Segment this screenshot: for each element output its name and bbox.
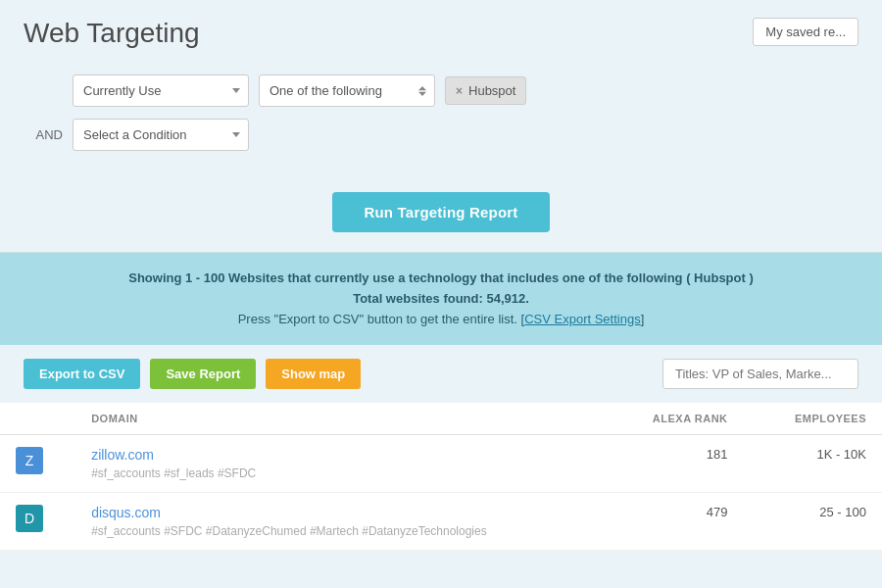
page-header: Web Targeting My saved re... [0, 0, 882, 59]
actions-row: Export to CSV Save Report Show map [0, 345, 882, 403]
table-row: Z zillow.com #sf_accounts #sf_leads #SFD… [0, 435, 882, 493]
saved-reports-button[interactable]: My saved re... [753, 18, 858, 46]
col-check-header [0, 403, 75, 435]
table-row: D disqus.com #sf_accounts #SFDC #Datanyz… [0, 493, 882, 551]
hubspot-tag: × Hubspot [445, 76, 526, 105]
condition2-select[interactable]: One of the following [259, 74, 435, 107]
titles-search-input[interactable] [662, 359, 858, 389]
export-csv-button[interactable]: Export to CSV [24, 359, 140, 389]
row-icon-cell: Z [0, 435, 75, 493]
col-alexa-header: ALEXA RANK [605, 403, 743, 435]
table-header: DOMAIN ALEXA RANK EMPLOYEES [0, 403, 882, 435]
info-line3: Press "Export to CSV" button to get the … [24, 310, 858, 330]
results-table: DOMAIN ALEXA RANK EMPLOYEES Z zillow.com… [0, 403, 882, 551]
filter-row-2: AND Select a Condition [24, 119, 858, 151]
remove-tag-icon[interactable]: × [456, 84, 463, 98]
domain-link[interactable]: zillow.com [91, 447, 589, 463]
filter-row-1: Currently Use One of the following × Hub… [24, 74, 858, 107]
domain-tags: #sf_accounts #SFDC #DatanyzeChumed #Mart… [91, 524, 487, 538]
show-map-button[interactable]: Show map [266, 359, 361, 389]
domain-icon: D [16, 505, 43, 532]
info-banner: Showing 1 - 100 Websites that currently … [0, 253, 882, 345]
row-domain-cell: disqus.com #sf_accounts #SFDC #DatanyzeC… [75, 493, 605, 551]
row-icon-cell: D [0, 493, 75, 551]
row-alexa-cell: 479 [605, 493, 743, 551]
col-domain-header: DOMAIN [75, 403, 605, 435]
info-line1: Showing 1 - 100 Websites that currently … [24, 269, 858, 289]
page-title: Web Targeting [24, 18, 200, 49]
row-employees-cell: 1K - 10K [744, 435, 882, 493]
info-line2: Total websites found: 54,912. [24, 289, 858, 310]
domain-tags: #sf_accounts #sf_leads #SFDC [91, 466, 256, 480]
and-label: AND [24, 127, 63, 142]
table-body: Z zillow.com #sf_accounts #sf_leads #SFD… [0, 435, 882, 551]
domain-icon: Z [16, 447, 43, 474]
run-report-section: Run Targeting Report [0, 182, 882, 252]
condition3-select[interactable]: Select a Condition [73, 119, 249, 151]
row-employees-cell: 25 - 100 [744, 493, 882, 551]
col-employees-header: EMPLOYEES [744, 403, 882, 435]
domain-link[interactable]: disqus.com [91, 505, 589, 520]
run-targeting-report-button[interactable]: Run Targeting Report [332, 192, 549, 232]
tag-label: Hubspot [468, 83, 515, 98]
row-alexa-cell: 181 [605, 435, 743, 493]
condition1-select[interactable]: Currently Use [73, 74, 249, 107]
csv-export-settings-link[interactable]: CSV Export Settings [524, 312, 641, 326]
row-domain-cell: zillow.com #sf_accounts #sf_leads #SFDC [75, 435, 605, 493]
save-report-button[interactable]: Save Report [150, 359, 256, 389]
filters-section: Currently Use One of the following × Hub… [0, 59, 882, 182]
